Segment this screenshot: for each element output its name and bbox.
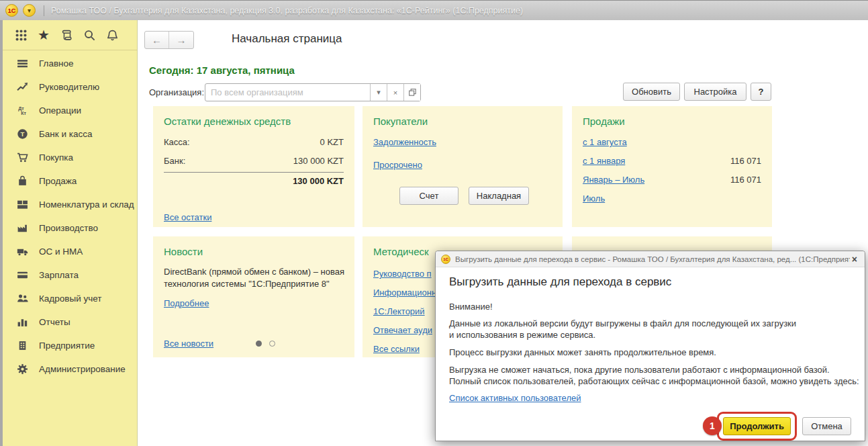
widget-title: Остатки денежных средств (164, 116, 291, 127)
bag-icon (16, 175, 28, 187)
close-icon[interactable]: × (850, 254, 859, 265)
refresh-button[interactable]: Обновить (623, 83, 680, 101)
1c-logo-icon: 1С (441, 255, 450, 264)
dialog-paragraph: Данные из локальной версии будут выгруже… (449, 318, 796, 341)
sidebar-item-label: Покупка (39, 152, 73, 163)
svg-text:Т: Т (20, 130, 24, 138)
bank-row-label: Банк: (164, 156, 185, 166)
app-window: 1С ▾ Ромашка ТОО / Бухгалтерия для Казах… (0, 0, 868, 446)
widget-title: Покупатели (373, 116, 428, 127)
all-balances-link[interactable]: Все остатки (164, 212, 211, 222)
sidebar-item-label: Администрирование (39, 364, 126, 374)
history-scroll-icon[interactable] (59, 28, 74, 42)
widget-cash-balances: Остатки денежных средств Касса: 0 KZT Ба… (153, 106, 354, 227)
gear-icon (16, 363, 28, 375)
sidebar-item-bank-i-kassa[interactable]: Т Банк и касса (3, 122, 137, 146)
sidebar-item-label: Отчеты (39, 317, 70, 327)
sidebar-item-administrirovanie[interactable]: Администрирование (3, 357, 137, 381)
1c-lectures-link[interactable]: 1С:Лекторий (373, 306, 425, 316)
main-menu-button[interactable]: ▾ (23, 4, 36, 17)
overdue-link[interactable]: Просрочено (373, 160, 422, 170)
sidebar-item-kadrovyj-uchet[interactable]: Кадровый учет (3, 287, 137, 310)
sidebar-menu: Главное Руководителю ДтКт Операции Т Бан… (3, 50, 137, 381)
sidebar: ★ Главное Руководителю ДтКт Операци (3, 20, 138, 446)
trend-up-icon (16, 81, 28, 93)
clear-icon[interactable]: × (387, 84, 403, 101)
sidebar-item-os-i-nma[interactable]: ОС и НМА (3, 240, 137, 263)
blocks-icon (16, 199, 28, 211)
truck-icon (16, 246, 28, 258)
search-icon[interactable] (82, 28, 97, 42)
all-news-link[interactable]: Все новости (164, 339, 213, 349)
total-divider (164, 172, 344, 173)
sidebar-item-rukovoditelyu[interactable]: Руководителю (3, 75, 137, 99)
sidebar-item-otchety[interactable]: Отчеты (3, 310, 137, 334)
sales-jul-link[interactable]: Июль (583, 193, 605, 204)
dt-kt-icon: ДтКт (16, 105, 28, 117)
menu-icon (16, 58, 28, 70)
user-guide-link[interactable]: Руководство п (373, 269, 432, 279)
news-text: DirectBank (прямой обмен с банком) – нов… (164, 266, 344, 290)
sales-from-jan-link[interactable]: с 1 января (583, 156, 625, 166)
widget-title: Новости (164, 246, 203, 257)
sidebar-item-label: Банк и касса (39, 129, 93, 139)
chevron-down-icon[interactable]: ▾ (370, 84, 387, 101)
continue-button[interactable]: Продолжить (723, 417, 791, 435)
cart-icon (16, 152, 28, 164)
widget-news: Новости DirectBank (прямой обмен с банко… (153, 236, 354, 357)
sidebar-toolbar: ★ (3, 20, 137, 50)
today-date: Сегодня: 17 августа, пятница (149, 64, 295, 76)
sidebar-item-label: Производство (39, 223, 98, 233)
sidebar-item-label: ОС и НМА (39, 247, 83, 257)
all-links-link[interactable]: Все ссылки (373, 344, 420, 354)
sidebar-item-proizvodstvo[interactable]: Производство (3, 216, 137, 240)
organization-input[interactable] (205, 84, 370, 101)
notifications-bell-icon[interactable] (105, 28, 119, 42)
apps-grid-icon[interactable] (13, 28, 28, 42)
sales-from-aug-link[interactable]: с 1 августа (583, 137, 627, 147)
news-page-dot-active[interactable] (256, 341, 262, 347)
dialog-heading: Выгрузить данные для перехода в сервис (449, 275, 671, 289)
bar-chart-icon (16, 316, 28, 328)
bank-row-value: 130 000 KZT (293, 156, 344, 166)
organization-combo: ▾ × (205, 83, 421, 101)
titlebar-divider (44, 5, 44, 16)
forward-button[interactable]: → (169, 32, 193, 48)
debt-link[interactable]: Задолженность (373, 137, 436, 147)
open-list-icon[interactable] (403, 84, 420, 101)
export-data-dialog: 1С Выгрузить данные для перехода в серви… (435, 251, 865, 441)
back-button[interactable]: ← (145, 32, 169, 48)
settings-button[interactable]: Настройка (684, 83, 746, 101)
coin-icon: Т (16, 128, 28, 140)
cash-total-value: 130 000 KZT (293, 176, 344, 186)
cash-row-value: 0 KZT (320, 137, 344, 147)
auditor-answers-link[interactable]: Отвечает ауди (373, 325, 432, 335)
window-titlebar: 1С ▾ Ромашка ТОО / Бухгалтерия для Казах… (0, 0, 868, 20)
info-releases-link[interactable]: Информационн (373, 287, 436, 298)
history-nav-buttons: ← → (144, 31, 194, 49)
news-more-link[interactable]: Подробнее (164, 298, 209, 308)
annotation-step-badge: 1 (703, 416, 722, 435)
sidebar-item-prodazha[interactable]: Продажа (3, 169, 137, 193)
dialog-paragraph: Выгрузка не сможет начаться, пока другие… (449, 364, 859, 387)
sidebar-item-zarplata[interactable]: Зарплата (3, 263, 137, 287)
sidebar-item-pokupka[interactable]: Покупка (3, 146, 137, 169)
cancel-button[interactable]: Отмена (802, 417, 851, 435)
sales-jan-jul-link[interactable]: Январь – Июль (583, 175, 644, 185)
news-page-dot[interactable] (269, 341, 275, 347)
sidebar-item-predpriyatie[interactable]: Предприятие (3, 334, 137, 357)
favorites-star-icon[interactable]: ★ (36, 28, 51, 42)
sales-jan-jul-value: 116 071 (730, 175, 761, 185)
sidebar-item-label: Номенклатура и склад (39, 199, 134, 210)
invoice-button[interactable]: Счет (399, 187, 459, 205)
waybill-button[interactable]: Накладная (469, 187, 529, 205)
building-icon (16, 340, 28, 352)
sidebar-item-label: Руководителю (39, 82, 99, 92)
sidebar-item-label: Операции (39, 105, 81, 116)
sidebar-item-nomenklatura-i-sklad[interactable]: Номенклатура и склад (3, 193, 137, 216)
active-users-link[interactable]: Список активных пользователей (449, 393, 581, 403)
sidebar-item-glavnoe[interactable]: Главное (3, 52, 137, 75)
help-button[interactable]: ? (751, 83, 771, 101)
sales-from-jan-value: 116 071 (730, 156, 761, 166)
sidebar-item-operacii[interactable]: ДтКт Операции (3, 99, 137, 122)
